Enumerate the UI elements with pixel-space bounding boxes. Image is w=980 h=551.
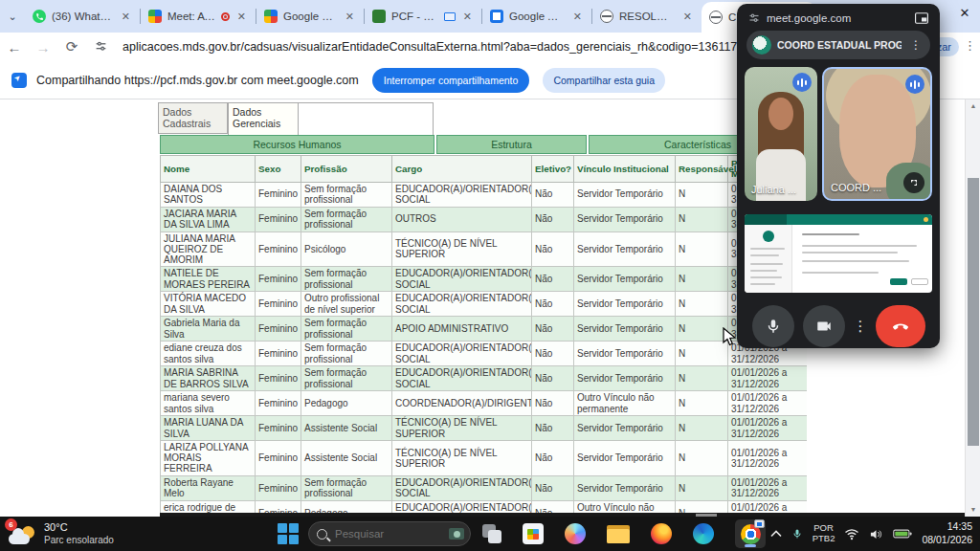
tab-dados-cadastrais[interactable]: Dados Cadastrais bbox=[158, 102, 228, 134]
tab-meet-recording[interactable]: Meet: ATM ✕ bbox=[141, 0, 256, 33]
table-row[interactable]: Roberta Rayane Melo Feminino Sem formaçã… bbox=[161, 475, 808, 500]
group-tab[interactable]: Recursos Humanos bbox=[160, 135, 434, 154]
vertical-scrollbar[interactable]: ▲ ▼ bbox=[965, 99, 980, 517]
table-row[interactable]: mariana severo santos silva Feminino Ped… bbox=[161, 391, 808, 416]
cell-vinculo: Servidor Temporário bbox=[574, 475, 676, 500]
tab-close-icon[interactable]: ✕ bbox=[235, 11, 248, 23]
table-row[interactable]: ediane creuza dos santos silva Feminino … bbox=[161, 342, 808, 366]
cell-nome: erica rodrigue de araujo bbox=[161, 500, 256, 513]
table-row[interactable]: erica rodrigue de araujo Feminino Pedago… bbox=[161, 500, 808, 513]
meeting-title-pill[interactable]: COORD ESTADUAL PROG 1a IN... ⋮ bbox=[746, 31, 930, 59]
window-close-button[interactable]: ✕ bbox=[955, 6, 974, 20]
forward-icon[interactable]: → bbox=[29, 39, 57, 55]
microphone-in-use-icon[interactable] bbox=[791, 527, 803, 540]
search-input[interactable] bbox=[333, 527, 443, 540]
leave-call-button[interactable] bbox=[876, 305, 925, 347]
tab-resolucao[interactable]: RESOLUÇÃO CN ✕ bbox=[592, 0, 702, 33]
table-row[interactable]: JACIARA MARIA DA SILVA LIMA Feminino Sem… bbox=[161, 207, 808, 231]
stop-sharing-button[interactable]: Interromper compartilhamento bbox=[372, 68, 530, 93]
table-row[interactable]: NATIELE DE MORAES PEREIRA Feminino Sem f… bbox=[161, 267, 808, 292]
recording-indicator-icon bbox=[221, 12, 230, 21]
participant-video-juliana[interactable]: Juliana ... bbox=[745, 67, 817, 201]
chrome-sharing-badge-icon bbox=[754, 519, 765, 528]
tab-google-agenda[interactable]: Google Agenda ✕ bbox=[482, 0, 591, 33]
tab-close-icon[interactable]: ✕ bbox=[461, 11, 474, 23]
battery-icon[interactable] bbox=[893, 528, 912, 540]
shared-screen-thumbnail[interactable] bbox=[745, 214, 932, 293]
recursos-humanos-table: NomeSexoProfissãoCargoEletivo?Vínculo In… bbox=[160, 155, 807, 513]
search-camera-icon[interactable] bbox=[449, 528, 464, 540]
edge-button[interactable] bbox=[693, 523, 714, 544]
cell-eletivo: Não bbox=[532, 267, 574, 292]
cell-sexo: Feminino bbox=[256, 475, 301, 500]
participant-figure bbox=[768, 98, 793, 130]
windows-taskbar: 6 30°C Parc ensolarado bbox=[0, 517, 980, 551]
cell-profissao: Sem formação profissional bbox=[301, 317, 392, 342]
tab-google-meet[interactable]: Google Meet ✕ bbox=[256, 0, 364, 33]
cell-cargo: APOIO ADMINISTRATIVO bbox=[392, 317, 532, 342]
calendar-icon bbox=[490, 10, 503, 23]
expand-tile-icon[interactable] bbox=[903, 172, 924, 193]
cell-responsavel: N bbox=[676, 441, 728, 476]
browser-menu-icon[interactable]: ⋮ bbox=[964, 38, 976, 53]
table-row[interactable]: VITÓRIA MACEDO DA SILVA Feminino Outro p… bbox=[161, 292, 808, 317]
table-row[interactable]: JULIANA MARIA QUEIROZ DE AMORIM Feminino… bbox=[161, 231, 808, 267]
cell-periodo: 01/01/2026 a 31/12/2026 bbox=[728, 475, 808, 500]
participant-video-coord[interactable]: COORD ... bbox=[822, 67, 932, 201]
tab-whatsapp[interactable]: (36) WhatsApp ✕ bbox=[25, 0, 140, 33]
cell-eletivo: Não bbox=[532, 416, 574, 441]
firefox-button[interactable] bbox=[651, 523, 672, 544]
tray-chevron-icon[interactable] bbox=[770, 530, 782, 538]
group-tab[interactable]: Estrutura bbox=[436, 135, 587, 154]
language-indicator[interactable]: POR PTB2 bbox=[813, 523, 835, 544]
tab-dados-gerenciais[interactable]: Dados Gerenciais bbox=[228, 102, 299, 135]
meeting-menu-icon[interactable]: ⋮ bbox=[907, 38, 924, 52]
more-options-icon[interactable]: ⋮ bbox=[854, 318, 867, 335]
tab-close-icon[interactable]: ✕ bbox=[681, 11, 694, 23]
microphone-button[interactable] bbox=[752, 305, 794, 347]
globe-icon bbox=[600, 10, 613, 23]
start-button[interactable] bbox=[278, 523, 299, 544]
weather-widget[interactable]: 6 30°C Parc ensolarado bbox=[8, 520, 151, 547]
call-controls: ⋮ bbox=[737, 305, 940, 347]
thumbnail-header bbox=[745, 214, 932, 225]
tab-search-chevron-icon[interactable]: ⌄ bbox=[0, 11, 25, 23]
clock[interactable]: 14:35 08/01/2026 bbox=[922, 520, 972, 546]
table-row[interactable]: MARIA LUANA DA SILVA Feminino Assistente… bbox=[161, 416, 808, 441]
vertical-scrollbar-thumb[interactable] bbox=[968, 178, 979, 446]
share-this-tab-button[interactable]: Compartilhar esta guia bbox=[543, 68, 665, 93]
camera-button[interactable] bbox=[803, 305, 845, 347]
task-view-button[interactable] bbox=[482, 524, 501, 543]
site-info-icon[interactable] bbox=[86, 39, 115, 55]
tab-close-icon[interactable]: ✕ bbox=[344, 11, 356, 23]
back-icon[interactable]: ← bbox=[0, 39, 29, 55]
table-row[interactable]: LARIZA POLLYANA MORAIS FERREIRA Feminino… bbox=[161, 441, 808, 476]
tab-pcf[interactable]: PCF - Progra ✕ bbox=[365, 0, 481, 33]
taskbar-search[interactable] bbox=[308, 521, 471, 546]
cell-eletivo: Não bbox=[532, 441, 574, 476]
cell-eletivo: Não bbox=[532, 391, 574, 416]
file-explorer-button[interactable] bbox=[607, 525, 630, 543]
table-row[interactable]: MARIA SABRINA DE BARROS SILVA Feminino S… bbox=[161, 366, 808, 391]
reload-icon[interactable]: ⟳ bbox=[57, 38, 86, 55]
cell-nome: VITÓRIA MACEDO DA SILVA bbox=[161, 292, 256, 317]
meet-pip-window[interactable]: meet.google.com COORD ESTADUAL PROG 1a I… bbox=[737, 4, 940, 348]
cell-nome: Roberta Rayane Melo bbox=[161, 475, 256, 500]
speaker-icon[interactable] bbox=[869, 528, 883, 540]
chrome-button-active[interactable] bbox=[735, 519, 766, 548]
pip-toggle-icon[interactable] bbox=[915, 12, 928, 24]
copilot-button[interactable] bbox=[565, 523, 586, 544]
scroll-up-icon[interactable]: ▲ bbox=[966, 99, 980, 113]
table-row[interactable]: Gabriela Maria da Silva Feminino Sem for… bbox=[161, 317, 808, 342]
microsoft-store-button[interactable] bbox=[523, 523, 544, 544]
tab-close-icon[interactable]: ✕ bbox=[120, 11, 132, 23]
cell-nome: DAIANA DOS SANTOS bbox=[161, 182, 256, 207]
tab-close-icon[interactable]: ✕ bbox=[571, 11, 584, 23]
meeting-logo-icon bbox=[752, 35, 771, 55]
wifi-icon[interactable] bbox=[844, 528, 859, 540]
cell-sexo: Feminino bbox=[256, 267, 301, 292]
address-bar-url[interactable]: aplicacoes.mds.gov.br/cadsuas/visualizar… bbox=[122, 40, 737, 54]
table-row[interactable]: DAIANA DOS SANTOS Feminino Sem formação … bbox=[161, 182, 808, 207]
cell-profissao: Sem formação profissional bbox=[301, 207, 392, 231]
scroll-down-icon[interactable]: ▼ bbox=[966, 503, 980, 517]
